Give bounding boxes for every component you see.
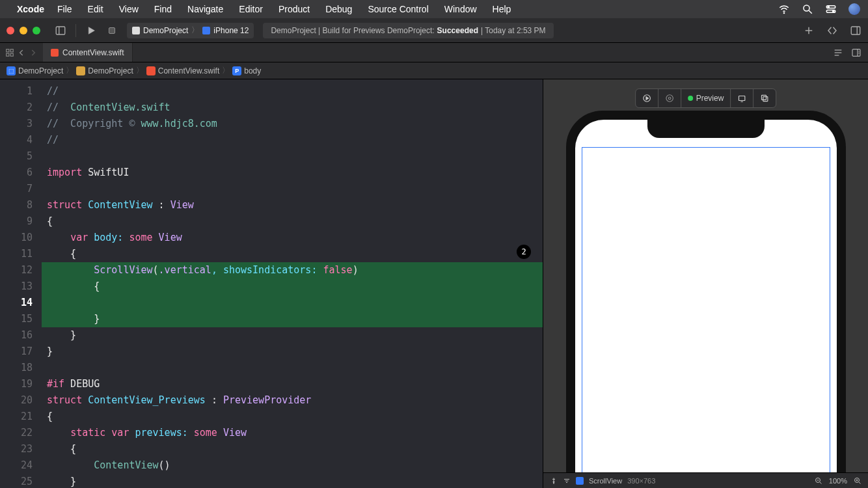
device-settings-button[interactable] xyxy=(731,89,753,107)
preview-on-device-button[interactable] xyxy=(658,89,681,107)
svg-rect-21 xyxy=(852,49,860,56)
zoom-out-button[interactable] xyxy=(815,477,822,485)
swift-file-icon xyxy=(146,66,156,75)
code-review-icon[interactable] xyxy=(826,25,838,36)
duplicate-preview-button[interactable] xyxy=(753,89,776,107)
menu-editor[interactable]: Editor xyxy=(239,4,263,14)
back-button[interactable] xyxy=(17,48,26,57)
minimap-icon[interactable] xyxy=(833,47,843,58)
zoom-level-label[interactable]: 100% xyxy=(829,477,847,485)
breadcrumb-folder[interactable]: DemoProject xyxy=(88,66,133,75)
add-button[interactable] xyxy=(803,25,815,36)
status-prefix: DemoProject | Build for Previews DemoPro… xyxy=(271,26,434,35)
menu-help[interactable]: Help xyxy=(493,4,511,14)
account-icon[interactable] xyxy=(848,3,860,15)
chevron-right-icon: 〉 xyxy=(66,65,74,76)
device-notch xyxy=(647,120,765,138)
svg-point-0 xyxy=(783,12,784,13)
breadcrumb-file[interactable]: ContentView.swift xyxy=(158,66,220,75)
toggle-inspector-icon[interactable] xyxy=(850,25,861,36)
tab-label: ContentView.swift xyxy=(62,48,124,57)
scheme-device-label: iPhone 12 xyxy=(213,26,249,35)
svg-rect-16 xyxy=(7,53,9,56)
preview-status-bar: ScrollView 390×763 100% xyxy=(543,472,868,488)
issue-count-badge[interactable]: 2 xyxy=(517,245,531,259)
svg-point-1 xyxy=(804,5,809,11)
control-center-icon[interactable] xyxy=(825,3,837,15)
filter-icon[interactable] xyxy=(563,477,571,485)
preview-toolbar: Preview xyxy=(635,88,777,108)
live-preview-button[interactable] xyxy=(636,89,658,107)
scheme-selector[interactable]: DemoProject 〉 iPhone 12 xyxy=(127,23,254,38)
project-icon: ⬚ xyxy=(7,66,16,75)
window-controls xyxy=(7,27,40,34)
zoom-in-button[interactable] xyxy=(854,477,861,485)
spotlight-icon[interactable] xyxy=(802,3,813,15)
menu-debug[interactable]: Debug xyxy=(325,4,352,14)
xcode-toolbar: DemoProject 〉 iPhone 12 DemoProject | Bu… xyxy=(0,18,868,43)
svg-rect-28 xyxy=(739,96,745,101)
preview-canvas: Preview ScrollView 390×763 100% xyxy=(543,79,868,488)
close-window-button[interactable] xyxy=(7,27,14,34)
svg-line-36 xyxy=(820,482,822,484)
view-type-icon xyxy=(576,477,584,485)
menubar-app-name[interactable]: Xcode xyxy=(17,4,44,14)
menu-view[interactable]: View xyxy=(119,4,139,14)
run-button[interactable] xyxy=(85,25,97,36)
svg-rect-15 xyxy=(10,49,13,51)
svg-rect-9 xyxy=(109,27,115,33)
preview-device-frame xyxy=(566,111,846,488)
related-items-icon[interactable] xyxy=(5,48,14,57)
menu-file[interactable]: File xyxy=(57,4,72,14)
macos-menubar: Xcode File Edit View Find Navigate Edito… xyxy=(0,0,868,18)
swift-file-icon xyxy=(51,49,59,57)
menu-product[interactable]: Product xyxy=(278,4,310,14)
forward-button[interactable] xyxy=(29,48,38,57)
svg-point-27 xyxy=(668,97,671,100)
code-editor[interactable]: 1234567891011121314151617181920212223242… xyxy=(0,79,543,488)
code-content[interactable]: // // ContentView.swift // Copyright © w… xyxy=(42,79,543,488)
selected-view-outline[interactable] xyxy=(582,147,830,488)
preview-status-label[interactable]: Preview xyxy=(681,89,731,107)
device-badge-icon xyxy=(202,27,210,34)
svg-line-39 xyxy=(859,482,861,484)
pin-icon[interactable] xyxy=(550,477,558,485)
svg-line-2 xyxy=(809,10,812,14)
line-gutter: 1234567891011121314151617181920212223242… xyxy=(0,79,42,488)
scheme-project-label: DemoProject xyxy=(143,26,188,35)
svg-rect-14 xyxy=(7,49,9,51)
svg-point-6 xyxy=(833,10,834,12)
adjust-editor-icon[interactable] xyxy=(851,47,861,58)
svg-rect-17 xyxy=(10,53,13,56)
menu-find[interactable]: Find xyxy=(154,4,172,14)
zoom-window-button[interactable] xyxy=(33,27,40,34)
breadcrumb-project[interactable]: DemoProject xyxy=(18,66,63,75)
stop-button[interactable] xyxy=(106,25,118,36)
preview-device-screen[interactable] xyxy=(575,120,837,488)
chevron-right-icon: 〉 xyxy=(136,65,144,76)
chevron-right-icon: 〉 xyxy=(191,25,199,36)
property-icon: P xyxy=(232,66,241,75)
svg-rect-31 xyxy=(762,95,766,100)
menu-edit[interactable]: Edit xyxy=(88,4,103,14)
jump-bar: ⬚ DemoProject 〉 DemoProject 〉 ContentVie… xyxy=(0,62,868,79)
tab-contentview[interactable]: ContentView.swift xyxy=(43,43,133,62)
svg-point-26 xyxy=(666,95,673,102)
menu-navigate[interactable]: Navigate xyxy=(187,4,223,14)
svg-rect-30 xyxy=(763,97,768,102)
svg-rect-12 xyxy=(851,27,860,34)
selected-view-name: ScrollView xyxy=(589,477,622,485)
build-status-bar[interactable]: DemoProject | Build for Previews DemoPro… xyxy=(263,23,553,38)
wifi-icon[interactable] xyxy=(778,3,790,15)
folder-icon xyxy=(76,66,85,75)
toggle-navigator-icon[interactable] xyxy=(55,25,66,36)
status-result: Succeeded xyxy=(437,26,478,35)
menu-window[interactable]: Window xyxy=(444,4,477,14)
breadcrumb-symbol[interactable]: body xyxy=(244,66,261,75)
svg-point-5 xyxy=(828,7,829,8)
minimize-window-button[interactable] xyxy=(20,27,27,34)
status-time: | Today at 2:53 PM xyxy=(481,26,546,35)
selected-view-dims: 390×763 xyxy=(627,477,655,485)
menu-sourcecontrol[interactable]: Source Control xyxy=(368,4,428,14)
tab-bar: ContentView.swift xyxy=(0,43,868,62)
